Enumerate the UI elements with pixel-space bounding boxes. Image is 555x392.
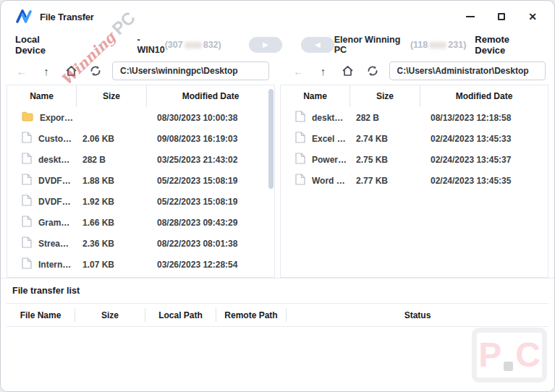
scrollbar-thumb[interactable] <box>268 89 274 189</box>
local-panel-header: Name Size Modified Date <box>7 85 274 107</box>
file-name: Excel … <box>312 134 346 144</box>
remote-device-name: Elenor Winning PC <box>334 35 410 55</box>
transfer-to-local-button[interactable]: ◀ <box>301 37 334 53</box>
home-icon[interactable] <box>59 61 83 80</box>
file-modified-date: 02/24/2023 13:45:37 <box>420 155 548 165</box>
minimize-icon <box>466 16 475 17</box>
window-controls: ✕ <box>465 11 540 22</box>
file-icon <box>295 111 305 124</box>
local-device-id: (307 832) <box>165 40 221 50</box>
remote-file-panel: Name Size Modified Date deskt…282 B08/13… <box>280 85 548 278</box>
column-header-name[interactable]: Name <box>7 85 77 107</box>
column-header-status: Status <box>287 308 548 322</box>
file-icon <box>22 174 32 187</box>
file-icon <box>295 132 305 145</box>
arrow-right-icon: ▶ <box>263 41 268 48</box>
close-button[interactable]: ✕ <box>527 11 538 22</box>
app-logo-icon <box>15 8 33 25</box>
transfer-list-body <box>1 327 554 392</box>
transfer-list-header: File Name Size Local Path Remote Path St… <box>7 303 548 327</box>
file-icon <box>295 153 305 166</box>
file-modified-date: 03/26/2023 12:28:54 <box>147 260 274 270</box>
file-row[interactable]: deskt…282 B08/13/2023 12:18:58 <box>281 107 548 128</box>
file-transfer-window: File Transfer ✕ Local Device -WIN10 (307… <box>0 0 555 392</box>
maximize-button[interactable] <box>496 11 507 22</box>
file-row[interactable]: DVDF…1.88 KB05/22/2023 15:08:19 <box>7 170 274 191</box>
file-size: 2.77 KB <box>350 176 420 186</box>
file-modified-date: 09/08/2023 16:19:03 <box>147 134 274 144</box>
column-header-name[interactable]: Name <box>281 85 350 107</box>
column-header-size: Size <box>75 308 145 322</box>
local-path-input[interactable] <box>112 61 269 80</box>
title-bar: File Transfer ✕ <box>1 1 554 33</box>
file-modified-date: 08/22/2023 08:01:38 <box>147 239 274 249</box>
remote-device-label: Remote Device <box>475 34 540 56</box>
device-bar: Local Device -WIN10 (307 832) ▶ ◀ Elenor… <box>1 33 554 57</box>
file-panels: Name Size Modified Date Expor…08/30/2023… <box>7 85 548 278</box>
file-size: 2.74 KB <box>350 134 420 144</box>
local-toolbar: ← ↑ <box>1 61 278 80</box>
transfer-to-remote-button[interactable]: ▶ <box>249 37 282 53</box>
local-file-panel: Name Size Modified Date Expor…08/30/2023… <box>7 85 275 278</box>
file-row[interactable]: Expor…08/30/2023 10:00:38 <box>7 107 274 128</box>
file-name: DVDF… <box>38 176 71 186</box>
file-name: deskt… <box>38 155 69 165</box>
file-size: 282 B <box>77 155 147 165</box>
file-row[interactable]: Gram…1.66 KB08/28/2023 09:43:29 <box>7 212 274 233</box>
local-device-name: -WIN10 <box>137 35 164 55</box>
file-size: 1.07 KB <box>77 260 147 270</box>
column-header-modified-date[interactable]: Modified Date <box>420 85 548 107</box>
file-name: Gram… <box>38 218 69 228</box>
file-icon <box>22 257 32 271</box>
file-row[interactable]: Custo…2.06 KB09/08/2023 16:19:03 <box>7 128 274 149</box>
column-header-size[interactable]: Size <box>77 85 147 107</box>
refresh-icon[interactable] <box>83 61 108 80</box>
file-size: 2.06 KB <box>77 134 147 144</box>
column-header-size[interactable]: Size <box>350 85 420 107</box>
up-icon[interactable]: ↑ <box>311 61 336 80</box>
minimize-button[interactable] <box>465 11 476 22</box>
back-icon[interactable]: ← <box>9 61 34 80</box>
file-size: 1.92 KB <box>77 197 147 207</box>
file-modified-date: 05/22/2023 15:08:19 <box>147 176 274 186</box>
back-icon[interactable]: ← <box>287 61 311 80</box>
close-icon: ✕ <box>528 12 537 22</box>
refresh-icon[interactable] <box>360 61 385 80</box>
file-size: 1.88 KB <box>77 176 147 186</box>
local-device-name-group: -WIN10 (307 832) <box>137 35 221 55</box>
navigation-toolbars: ← ↑ ← ↑ <box>1 57 554 85</box>
file-modified-date: 02/24/2023 13:45:33 <box>420 134 548 144</box>
home-icon[interactable] <box>336 61 360 80</box>
local-file-list: Expor…08/30/2023 10:00:38Custo…2.06 KB09… <box>7 107 274 275</box>
remote-file-list: deskt…282 B08/13/2023 12:18:58Excel …2.7… <box>281 107 548 191</box>
transfer-list-title: File transfer list <box>1 278 554 303</box>
file-icon <box>22 195 32 208</box>
file-modified-date: 08/28/2023 09:43:29 <box>147 218 274 228</box>
file-name: Strea… <box>38 239 69 249</box>
file-size: 282 B <box>350 113 420 123</box>
remote-path-input[interactable] <box>389 61 546 80</box>
redacted-id-blur <box>185 42 202 48</box>
column-header-modified-date[interactable]: Modified Date <box>147 85 274 107</box>
file-row[interactable]: Intern…1.07 KB03/26/2023 12:28:54 <box>7 254 274 275</box>
remote-toolbar: ← ↑ <box>278 61 555 80</box>
file-name: DVDF… <box>38 197 71 207</box>
file-name: Custo… <box>38 134 72 144</box>
file-row[interactable]: Power…2.75 KB02/24/2023 13:45:37 <box>281 149 548 170</box>
file-size: 2.75 KB <box>350 155 420 165</box>
column-header-local-path: Local Path <box>145 308 216 322</box>
file-size: 1.66 KB <box>77 218 147 228</box>
file-icon <box>22 132 32 145</box>
file-row[interactable]: deskt…282 B03/25/2023 21:43:02 <box>7 149 274 170</box>
up-icon[interactable]: ↑ <box>34 61 59 80</box>
redacted-id-blur <box>429 42 446 48</box>
file-row[interactable]: DVDF…1.92 KB05/22/2023 15:08:19 <box>7 191 274 212</box>
remote-panel-header: Name Size Modified Date <box>281 85 548 107</box>
remote-device-name-group: Elenor Winning PC (118 231) <box>334 35 467 55</box>
file-modified-date: 08/30/2023 10:00:38 <box>147 113 274 123</box>
file-name: Power… <box>312 155 347 165</box>
transfer-buttons: ▶ ◀ <box>249 37 334 53</box>
file-row[interactable]: Strea…2.36 KB08/22/2023 08:01:38 <box>7 233 274 254</box>
file-row[interactable]: Word …2.77 KB02/24/2023 13:45:35 <box>281 170 548 191</box>
file-row[interactable]: Excel …2.74 KB02/24/2023 13:45:33 <box>281 128 548 149</box>
